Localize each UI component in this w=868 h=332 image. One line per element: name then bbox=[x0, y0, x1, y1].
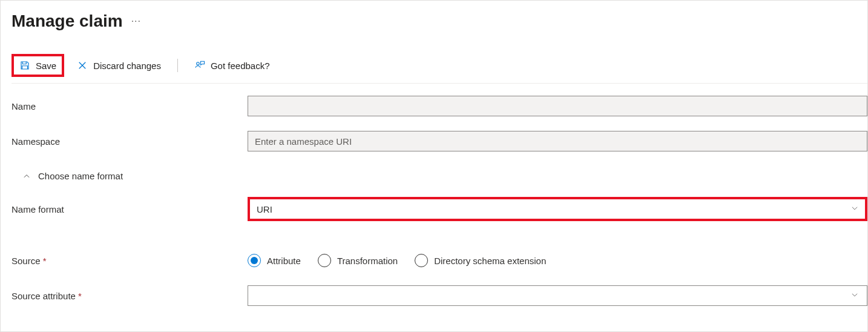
source-attribute-select[interactable] bbox=[248, 285, 867, 306]
radio-transformation[interactable]: Transformation bbox=[318, 254, 398, 267]
form-row-namespace: Namespace bbox=[12, 130, 867, 153]
svg-point-0 bbox=[197, 62, 200, 65]
save-button[interactable]: Save bbox=[12, 54, 64, 77]
feedback-icon bbox=[194, 60, 205, 71]
page-header: Manage claim ··· bbox=[12, 12, 867, 31]
discard-button-label: Discard changes bbox=[93, 61, 161, 71]
form-row-source-attribute: Source attribute * bbox=[12, 284, 867, 307]
discard-button[interactable]: Discard changes bbox=[71, 56, 166, 75]
namespace-input[interactable] bbox=[248, 131, 867, 151]
form-row-source: Source * Attribute Transformation Direct… bbox=[12, 249, 867, 272]
toolbar-separator bbox=[177, 59, 178, 72]
more-actions-button[interactable]: ··· bbox=[131, 16, 141, 27]
choose-format-toggle[interactable]: Choose name format bbox=[12, 165, 867, 187]
radio-attribute-label: Attribute bbox=[267, 256, 301, 266]
required-indicator: * bbox=[78, 291, 82, 301]
feedback-button[interactable]: Got feedback? bbox=[189, 56, 275, 75]
save-button-label: Save bbox=[36, 61, 56, 71]
name-label: Name bbox=[12, 101, 248, 111]
source-label: Source * bbox=[12, 256, 248, 266]
name-format-select[interactable]: URI bbox=[248, 197, 867, 221]
namespace-label: Namespace bbox=[12, 136, 248, 147]
name-input[interactable] bbox=[248, 96, 867, 116]
chevron-up-icon bbox=[22, 172, 31, 181]
radio-directory-ext-label: Directory schema extension bbox=[434, 256, 546, 266]
radio-attribute[interactable]: Attribute bbox=[248, 254, 301, 267]
name-format-value: URI bbox=[257, 204, 272, 214]
choose-format-label: Choose name format bbox=[38, 171, 123, 181]
required-indicator: * bbox=[43, 256, 47, 266]
radio-circle-selected bbox=[248, 254, 261, 267]
page-title: Manage claim bbox=[12, 12, 123, 31]
form: Name Namespace Choose name format Name f… bbox=[12, 84, 867, 307]
source-attribute-label: Source attribute * bbox=[12, 291, 248, 301]
radio-transformation-label: Transformation bbox=[337, 256, 398, 266]
feedback-button-label: Got feedback? bbox=[211, 61, 270, 71]
name-format-label: Name format bbox=[12, 204, 248, 214]
save-icon bbox=[19, 60, 30, 71]
radio-circle bbox=[415, 254, 428, 267]
form-row-name-format: Name format URI bbox=[12, 197, 867, 221]
form-row-name: Name bbox=[12, 95, 867, 118]
source-radio-group: Attribute Transformation Directory schem… bbox=[248, 254, 546, 267]
radio-circle bbox=[318, 254, 331, 267]
close-icon bbox=[77, 60, 88, 71]
radio-directory-ext[interactable]: Directory schema extension bbox=[415, 254, 546, 267]
toolbar: Save Discard changes Got feedback? bbox=[12, 54, 867, 84]
